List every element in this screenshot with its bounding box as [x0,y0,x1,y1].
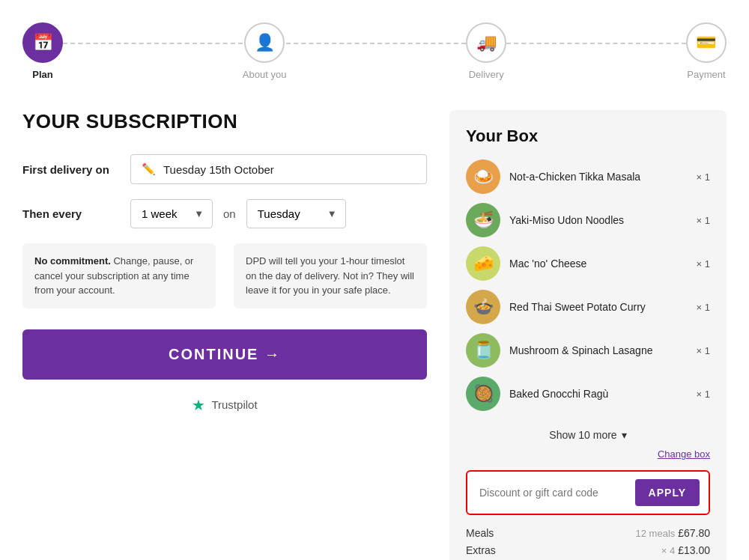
then-every-label: Then every [22,207,120,220]
meal-thumb-udon: 🍜 [466,203,500,237]
meal-name: Mac 'no' Cheese [509,258,688,270]
first-delivery-row: First delivery on ✏️ Tuesday 15th Octobe… [22,154,427,184]
your-box-title: Your Box [466,127,710,146]
meal-thumb-lasagne: 🫙 [466,333,500,368]
pricing-meals-row: Meals 12 meals £67.80 [466,527,710,539]
step-about-icon: 👤 [244,22,285,63]
step-delivery[interactable]: 🚚 Delivery [466,22,506,80]
list-item: 🍜 Yaki-Miso Udon Noodles × 1 [466,203,710,237]
step-plan-icon: 📅 [22,22,63,63]
on-label: on [223,207,236,220]
dpd-text: DPD will tell you your 1-hour timeslot o… [246,255,414,296]
step-connector-3 [506,43,686,44]
apply-button[interactable]: APPLY [635,479,700,506]
left-panel: YOUR SUBSCRIPTION First delivery on ✏️ T… [22,110,427,414]
discount-input[interactable] [476,482,635,503]
meal-qty: × 1 [697,171,710,183]
change-box-row: Change box [466,448,710,470]
no-commitment-box: No commitment. Change, pause, or cancel … [22,243,216,308]
meal-list: 🍛 Not-a-Chicken Tikka Masala × 1 🍜 Yaki-… [466,159,710,411]
meal-qty: × 1 [697,215,710,226]
info-row: No commitment. Change, pause, or cancel … [22,243,427,308]
meals-label: Meals [466,527,494,539]
meal-name: Yaki-Miso Udon Noodles [509,214,688,226]
step-payment-label: Payment [687,69,725,80]
pricing-extras-row: Extras × 4 £13.00 [466,544,710,556]
meal-name: Baked Gnocchi Ragù [509,388,688,400]
step-payment-icon: 💳 [686,22,727,63]
list-item: 🧀 Mac 'no' Cheese × 1 [466,246,710,281]
meal-thumb-mac: 🧀 [466,246,500,281]
day-select[interactable]: Monday Tuesday Wednesday Thursday Friday [246,199,346,228]
discount-section: APPLY [466,470,710,515]
chevron-down-icon: ▾ [622,429,627,441]
change-box-button[interactable]: Change box [658,448,710,460]
no-commitment-bold: No commitment. [34,255,111,267]
meal-name: Mushroom & Spinach Lasagne [509,344,688,356]
step-connector-1 [63,43,243,44]
step-delivery-label: Delivery [469,69,504,80]
show-more-button[interactable]: Show 10 more ▾ [466,420,710,448]
meals-value: £67.80 [678,527,710,539]
meal-thumb-tikka: 🍛 [466,159,500,194]
meal-thumb-curry: 🍲 [466,290,500,324]
trustpilot-label: Trustpilot [211,398,257,411]
list-item: 🥘 Baked Gnocchi Ragù × 1 [466,377,710,411]
list-item: 🍲 Red Thai Sweet Potato Curry × 1 [466,290,710,324]
step-plan[interactable]: 📅 Plan [22,22,63,80]
step-payment[interactable]: 💳 Payment [686,22,727,80]
meal-qty: × 1 [697,302,710,313]
first-delivery-label: First delivery on [22,163,120,176]
meal-qty: × 1 [697,345,710,356]
step-about-label: About you [243,69,287,80]
step-connector-2 [286,43,466,44]
meals-sub: 12 meals [636,528,676,539]
continue-button[interactable]: CONTINUE → [22,329,427,380]
meal-name: Red Thai Sweet Potato Curry [509,301,688,313]
trustpilot-star-icon: ★ [192,396,205,414]
section-title: YOUR SUBSCRIPTION [22,110,427,133]
meal-qty: × 1 [697,389,710,400]
step-plan-label: Plan [32,69,52,80]
frequency-select-wrapper: 1 week 2 weeks 3 weeks 4 weeks ▼ [130,199,213,228]
stepper: 📅 Plan 👤 About you 🚚 Delivery 💳 Payment [22,15,727,80]
right-panel: Your Box 🍛 Not-a-Chicken Tikka Masala × … [449,110,727,560]
meal-name: Not-a-Chicken Tikka Masala [509,171,688,183]
edit-icon: ✏️ [142,162,156,176]
then-every-row: Then every 1 week 2 weeks 3 weeks 4 week… [22,199,427,228]
date-value: Tuesday 15th October [163,163,274,176]
list-item: 🍛 Not-a-Chicken Tikka Masala × 1 [466,159,710,194]
pricing-section: Meals 12 meals £67.80 Extras × 4 £13.00 [466,515,710,560]
date-input[interactable]: ✏️ Tuesday 15th October [130,154,427,184]
extras-label: Extras [466,544,496,556]
your-box: Your Box 🍛 Not-a-Chicken Tikka Masala × … [449,110,727,560]
dpd-info-box: DPD will tell you your 1-hour timeslot o… [234,243,427,308]
trustpilot-row: ★ Trustpilot [22,396,427,414]
show-more-label: Show 10 more [549,429,616,441]
day-select-wrapper: Monday Tuesday Wednesday Thursday Friday… [246,199,346,228]
meal-qty: × 1 [697,258,710,270]
extras-value: £13.00 [678,544,710,556]
frequency-select[interactable]: 1 week 2 weeks 3 weeks 4 weeks [130,199,213,228]
step-delivery-icon: 🚚 [466,22,506,63]
step-about[interactable]: 👤 About you [243,22,287,80]
extras-sub: × 4 [661,545,675,556]
list-item: 🫙 Mushroom & Spinach Lasagne × 1 [466,333,710,368]
meal-thumb-gnocchi: 🥘 [466,377,500,411]
